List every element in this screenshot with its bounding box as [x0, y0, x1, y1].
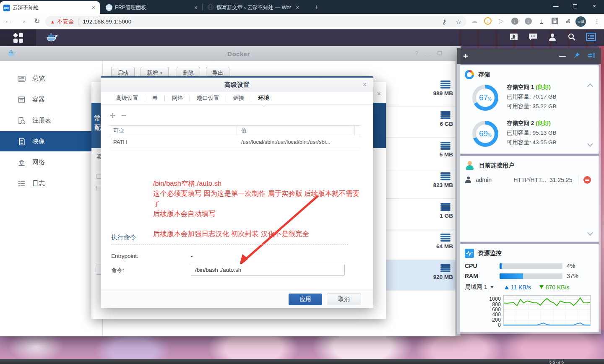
profile-avatar[interactable]: 天诚: [575, 16, 586, 27]
address-bar[interactable]: ▲ 不安全 192.168.99.1:5000 ⚷ ☆: [45, 16, 466, 27]
download-circle-icon[interactable]: ↓: [510, 16, 519, 26]
sidebar-item-label: 注册表: [32, 117, 51, 125]
apply-button[interactable]: 应用: [289, 294, 322, 305]
sidebar-item-label: 日志: [32, 179, 45, 187]
panel-collapse-icon[interactable]: [588, 52, 595, 60]
ram-percent: 37%: [567, 273, 578, 279]
sidebar-item-label: 总览: [32, 75, 45, 83]
exec-section-title: 执行命令: [111, 234, 136, 242]
table-scroll-column: [354, 126, 361, 136]
sidebar-item-log[interactable]: 日志: [0, 173, 103, 193]
widgets-button[interactable]: [581, 29, 601, 46]
entrypoint-label: Entrypoint:: [111, 253, 138, 259]
tab-close-icon[interactable]: ×: [91, 4, 96, 11]
back-icon[interactable]: ←: [3, 17, 13, 25]
reload-icon[interactable]: ↻: [32, 17, 42, 26]
chevron-down-icon[interactable]: [588, 142, 593, 147]
browser-tab[interactable]: DSM云深不知处×: [0, 1, 100, 14]
upload-button[interactable]: [504, 29, 523, 46]
y-axis-tick-label: 400: [482, 312, 501, 317]
docker-task-button[interactable]: [36, 29, 68, 46]
sidebar-item-container[interactable]: 容器: [0, 89, 103, 109]
cancel-button[interactable]: 取消: [327, 294, 361, 305]
browser-tab[interactable]: ☁FRP管理面板×: [102, 1, 202, 14]
dialog-header[interactable]: 高级设置 ×: [101, 78, 373, 92]
command-input[interactable]: /bin/bash ./auto.sh: [191, 264, 345, 276]
window-close-button[interactable]: ×: [585, 0, 604, 14]
tab-close-icon[interactable]: ×: [193, 4, 199, 11]
widget-panel-header[interactable]: + —: [457, 48, 601, 64]
dialog-tab[interactable]: 网络: [165, 92, 190, 104]
new-tab-button[interactable]: +: [311, 3, 321, 12]
dialog-tab[interactable]: 卷: [145, 92, 165, 104]
search-button[interactable]: [562, 29, 581, 46]
docker-window-titlebar[interactable]: Docker ? —: [0, 46, 461, 61]
chevron-down-icon[interactable]: [490, 286, 494, 290]
env-add-button[interactable]: +: [110, 110, 115, 121]
annotation-line: 后续版本会自动填写: [153, 208, 365, 218]
volume-status-badge: (良好): [536, 84, 551, 90]
chevron-up-icon[interactable]: [588, 83, 593, 88]
sidebar-item-label: 容器: [32, 96, 45, 104]
main-menu-button[interactable]: [0, 29, 36, 46]
env-variable-cell: PATH: [109, 136, 237, 148]
sidebar-item-registry[interactable]: 注册表: [0, 110, 103, 130]
panel-minimize-button[interactable]: —: [559, 52, 566, 60]
image-size-cell: 1 GB: [440, 203, 453, 219]
volume-used-label: 已用容量: 95.13 GB: [507, 128, 557, 138]
dialog-tab[interactable]: 链接: [226, 92, 251, 104]
lock-badge-icon[interactable]: [550, 16, 560, 26]
env-remove-button[interactable]: −: [121, 110, 127, 121]
key-icon[interactable]: ⚷: [442, 18, 447, 26]
dialog-tab[interactable]: 环境: [251, 92, 276, 104]
connected-user-row[interactable]: adminHTTP/HTT...31:25:25: [460, 173, 599, 187]
image-size-label: 920 MB: [433, 274, 453, 280]
play-triangle-icon[interactable]: ▷: [497, 16, 506, 26]
help-button[interactable]: ?: [415, 50, 418, 57]
security-label[interactable]: 不安全: [57, 18, 74, 26]
chat-bubble-button[interactable]: [523, 29, 543, 46]
sidebar-item-image[interactable]: 映像: [0, 131, 103, 151]
database-icon: [440, 81, 450, 88]
env-table-row[interactable]: PATH/usr/local/sbin:/usr/local/bin:/usr/…: [109, 136, 361, 148]
pin-icon[interactable]: [573, 52, 580, 60]
download-ring-orange-icon[interactable]: ↓: [483, 16, 492, 26]
user-button[interactable]: [543, 29, 562, 46]
maximize-button[interactable]: [437, 50, 442, 57]
download-speed: 870 KB/s: [546, 284, 570, 291]
table-header-row: 可变值: [109, 125, 361, 136]
browser-menu-icon[interactable]: ⋮: [594, 18, 600, 25]
minimize-button[interactable]: —: [425, 50, 431, 57]
window-minimize-button[interactable]: —: [546, 0, 565, 14]
sidebar-item-network[interactable]: 网络: [0, 152, 103, 172]
chevron-down-icon[interactable]: [588, 231, 593, 236]
dialog-tab[interactable]: 高级设置: [109, 92, 145, 104]
resource-monitor-widget: 资源监控 CPU 4% RAM 37% 局域网 1 11 KB/s 870 KB…: [459, 244, 599, 332]
dsm-favicon: DSM: [3, 4, 10, 11]
browser-toolbar: ← → ↻ ▲ 不安全 192.168.99.1:5000 ⚷ ☆ ☁↓▷↓↓↓…: [0, 14, 604, 29]
forward-icon[interactable]: →: [18, 17, 28, 25]
sidebar-item-overview[interactable]: 总览: [0, 68, 103, 88]
bookmark-star-icon[interactable]: ☆: [456, 18, 461, 26]
cpu-label: CPU: [465, 263, 500, 269]
dialog-tab[interactable]: 端口设置: [190, 92, 226, 104]
dialog-close-icon[interactable]: ×: [363, 81, 367, 88]
image-size-cell: 5 MB: [440, 142, 453, 158]
down-arrow-circle-icon[interactable]: ↓: [523, 16, 533, 26]
download-tray-icon[interactable]: ↓: [537, 16, 546, 26]
tab-close-icon[interactable]: ×: [294, 4, 300, 11]
kick-user-button[interactable]: [583, 176, 591, 184]
window-restore-button[interactable]: [565, 0, 585, 14]
dialog-tab-label: 高级设置: [116, 94, 138, 102]
cpu-percent: 4%: [567, 263, 575, 269]
background-dialog-close-icon[interactable]: ×: [377, 90, 381, 98]
docker-whale-icon: [46, 32, 58, 44]
network-interface-label[interactable]: 局域网 1: [465, 283, 487, 291]
puzzle-extension-icon[interactable]: [564, 16, 573, 26]
browser-tab[interactable]: 撰写新文章 ‹ 云深不知处 — Wor×: [204, 1, 304, 14]
url-text[interactable]: 192.168.99.1:5000: [83, 18, 131, 25]
add-widget-button[interactable]: +: [463, 51, 468, 61]
cloud-ext-icon[interactable]: ☁: [470, 16, 479, 26]
image-size-label: 6 GB: [440, 121, 453, 127]
image-size-label: 989 MB: [433, 90, 453, 96]
